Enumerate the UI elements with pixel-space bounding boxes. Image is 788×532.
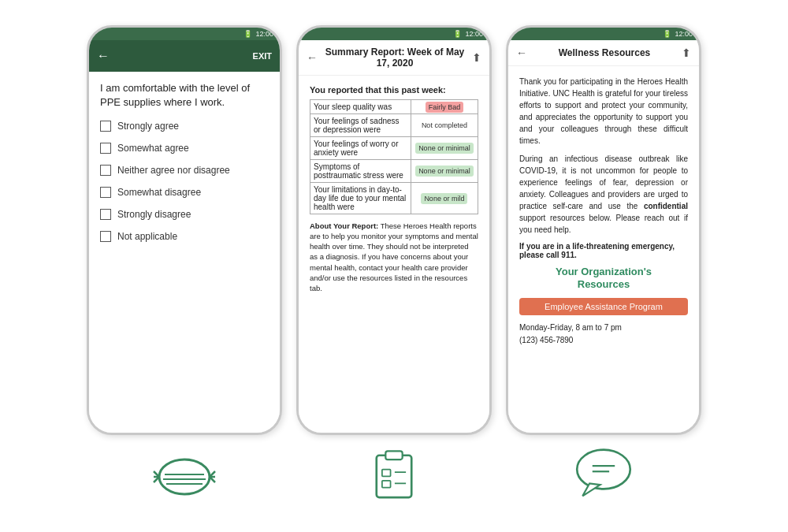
- row-2-result: Not completed: [411, 113, 478, 136]
- phone-2: 🔋 12:00 ← Summary Report: Week of May 17…: [296, 25, 492, 435]
- badge-fairly-bad: Fairly Bad: [426, 102, 464, 113]
- report-table: Your sleep quality was Fairly Bad Your f…: [310, 99, 478, 214]
- option-label-3: Neither agree nor disagree: [117, 165, 230, 176]
- checkbox-strongly-disagree[interactable]: [100, 209, 111, 220]
- about-text: About Your Report: These Heroes Health r…: [310, 221, 478, 294]
- checkbox-somewhat-agree[interactable]: [100, 143, 111, 154]
- org-title-line1: Your Organization's: [556, 266, 652, 277]
- chat-icon: [568, 441, 639, 508]
- emergency-text: If you are in a life-threatening emergen…: [519, 242, 688, 259]
- back-button-2[interactable]: ←: [307, 51, 318, 64]
- back-button-1[interactable]: ←: [97, 49, 110, 63]
- clipboard-icon: [359, 441, 429, 508]
- share-icon-3[interactable]: ⬆: [682, 47, 691, 59]
- phone-2-header: ← Summary Report: Week of May 17, 2020 ⬆: [299, 40, 489, 76]
- battery-icon: 🔋: [243, 30, 252, 38]
- checkbox-strongly-agree[interactable]: [100, 121, 111, 132]
- badge-none-mild: None or mild: [421, 193, 467, 204]
- status-bar-2: 🔋 12:00: [299, 28, 489, 40]
- option-label-4: Somewhat disagree: [117, 187, 201, 198]
- battery-icon-3: 🔋: [663, 30, 671, 38]
- row-3-desc: Your feelings of worry or anxiety were: [310, 136, 411, 159]
- option-somewhat-disagree[interactable]: Somewhat disagree: [100, 187, 269, 198]
- phone-1-wrapper: 🔋 12:00 ← EXIT I am comfortable with the…: [87, 25, 282, 508]
- phone-number: (123) 456-7890: [519, 334, 688, 347]
- checkbox-somewhat-disagree[interactable]: [100, 187, 111, 198]
- report-title: Summary Report: Week of May 17, 2020: [318, 47, 472, 69]
- back-button-3[interactable]: ←: [516, 47, 527, 59]
- row-5-result: None or mild: [411, 182, 478, 214]
- row-1-desc: Your sleep quality was: [310, 99, 411, 113]
- phone-2-content: You reported that this past week: Your s…: [299, 76, 489, 433]
- phone-3-content: Thank you for participating in the Heroe…: [508, 66, 699, 433]
- org-title-line2: Resources: [578, 278, 630, 290]
- option-neither[interactable]: Neither agree nor disagree: [100, 165, 269, 176]
- status-bar-3: 🔋 12:00: [508, 28, 699, 40]
- row-3-result: None or minimal: [411, 136, 478, 159]
- wellness-title: Wellness Resources: [527, 47, 682, 58]
- table-row: Your feelings of sadness or depression w…: [310, 113, 478, 136]
- badge-none-minimal-1: None or minimal: [415, 143, 474, 154]
- option-strongly-agree[interactable]: Strongly agree: [100, 121, 269, 132]
- option-label-1: Strongly agree: [117, 121, 179, 132]
- question-text: I am comfortable with the level of PPE s…: [100, 81, 269, 110]
- share-icon-2[interactable]: ⬆: [472, 51, 481, 64]
- checkbox-neither[interactable]: [100, 165, 111, 176]
- status-bar-1: 🔋 12:00: [89, 28, 280, 40]
- row-1-result: Fairly Bad: [411, 99, 478, 113]
- phone-1-header: ← EXIT: [89, 40, 280, 72]
- phone-2-wrapper: 🔋 12:00 ← Summary Report: Week of May 17…: [296, 25, 492, 508]
- row-2-desc: Your feelings of sadness or depression w…: [310, 113, 411, 136]
- confidential-label: confidential: [644, 202, 688, 210]
- exit-button[interactable]: EXIT: [253, 51, 272, 61]
- battery-icon-2: 🔋: [453, 30, 462, 38]
- about-label: About Your Report:: [310, 221, 378, 230]
- option-strongly-disagree[interactable]: Strongly disagree: [100, 209, 269, 220]
- eap-badge[interactable]: Employee Assistance Program: [519, 298, 688, 315]
- paragraph2: During an infectious disease outbreak li…: [519, 153, 688, 236]
- option-label-2: Somewhat agree: [117, 143, 189, 154]
- phone-3-header: ← Wellness Resources ⬆: [508, 40, 699, 66]
- org-resources-title: Your Organization's Resources: [519, 266, 688, 292]
- badge-none-minimal-2: None or minimal: [415, 166, 474, 177]
- option-label-6: Not applicable: [117, 231, 177, 242]
- table-row: Symptoms of posttraumatic stress were No…: [310, 159, 478, 182]
- status-time-3: 12:00: [675, 30, 693, 38]
- status-time-1: 12:00: [255, 30, 273, 38]
- svg-point-16: [577, 449, 630, 489]
- intro-text: Thank you for participating in the Heroe…: [519, 76, 688, 147]
- emergency-strong: If you are in a life-threatening emergen…: [519, 242, 675, 259]
- schedule-text: Monday-Friday, 8 am to 7 pm: [519, 322, 688, 334]
- about-body: These Heroes Health reports are to help …: [310, 221, 478, 293]
- checkbox-not-applicable[interactable]: [100, 231, 111, 242]
- svg-rect-11: [385, 451, 402, 459]
- phone-1: 🔋 12:00 ← EXIT I am comfortable with the…: [87, 25, 282, 435]
- table-row: Your feelings of worry or anxiety were N…: [310, 136, 478, 159]
- row-5-desc: Your limitations in day-to-day life due …: [310, 182, 411, 214]
- reported-label: You reported that this past week:: [310, 85, 478, 95]
- phone-3: 🔋 12:00 ← Wellness Resources ⬆ Thank you…: [506, 25, 701, 435]
- resource-info: Monday-Friday, 8 am to 7 pm (123) 456-78…: [519, 322, 688, 347]
- phone-3-wrapper: 🔋 12:00 ← Wellness Resources ⬆ Thank you…: [506, 25, 701, 508]
- mask-icon: [149, 441, 220, 508]
- option-somewhat-agree[interactable]: Somewhat agree: [100, 143, 269, 154]
- table-row: Your limitations in day-to-day life due …: [310, 182, 478, 214]
- row-4-desc: Symptoms of posttraumatic stress were: [310, 159, 411, 182]
- table-row: Your sleep quality was Fairly Bad: [310, 99, 478, 113]
- phone-1-content: I am comfortable with the level of PPE s…: [89, 72, 280, 433]
- option-not-applicable[interactable]: Not applicable: [100, 231, 269, 242]
- option-label-5: Strongly disagree: [117, 209, 191, 220]
- row-4-result: None or minimal: [411, 159, 478, 182]
- status-time-2: 12:00: [465, 30, 483, 38]
- svg-point-0: [159, 459, 210, 494]
- svg-marker-17: [582, 483, 600, 496]
